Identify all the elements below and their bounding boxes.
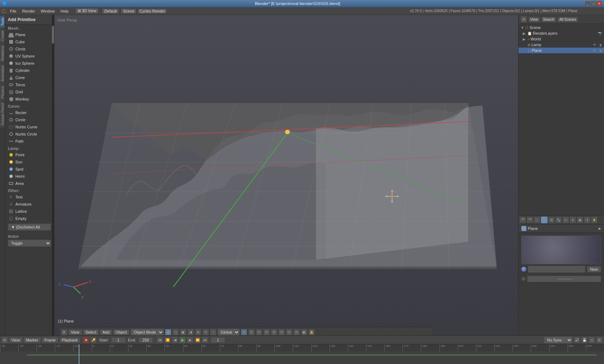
side-tab-animation[interactable]: Animation bbox=[0, 63, 5, 83]
maximize-button[interactable]: □ bbox=[591, 1, 596, 6]
outliner-renderlayers-item[interactable]: ▶ 📋 RenderLayers 📷 bbox=[518, 30, 604, 36]
minimize-button[interactable]: _ bbox=[585, 1, 590, 6]
vp-select-btn[interactable]: Select bbox=[83, 329, 99, 335]
menu-file[interactable]: File bbox=[7, 8, 19, 14]
timeline-extra-1[interactable]: ◻ bbox=[589, 337, 595, 343]
play-jump-start-btn[interactable]: ⏮ bbox=[157, 337, 163, 343]
close-button[interactable]: ✕ bbox=[597, 1, 602, 6]
props-physics-btn[interactable]: ⚡ bbox=[591, 217, 598, 223]
layer-btn-1[interactable]: ⊡ bbox=[241, 329, 247, 335]
props-constraint-btn[interactable]: ⛓ bbox=[548, 217, 555, 223]
scene-button[interactable]: Scene bbox=[121, 8, 137, 14]
timeline-marker-btn[interactable]: Marker bbox=[24, 337, 41, 343]
layer-btn-5[interactable]: ⊡ bbox=[271, 329, 277, 335]
outliner-editor-icon[interactable]: ⊞ bbox=[521, 16, 527, 23]
material-search-bar[interactable] bbox=[527, 276, 601, 282]
timeline-playhead[interactable] bbox=[79, 344, 79, 351]
curve-circle-item[interactable]: Circle bbox=[6, 117, 53, 123]
side-tab-relations[interactable]: Relations bbox=[0, 43, 5, 63]
curve-bezier-item[interactable]: Bezier bbox=[6, 109, 53, 116]
outliner-lamp-item[interactable]: ⊙ Lamp 👁 ◑ bbox=[518, 42, 604, 48]
curve-path-item[interactable]: Path bbox=[6, 138, 53, 144]
sync-mode-select[interactable]: No Sync bbox=[544, 336, 573, 344]
material-new-button[interactable]: New bbox=[587, 266, 601, 272]
viewport-shading-texture[interactable]: ▣ bbox=[180, 329, 186, 335]
lamp-area-item[interactable]: Area bbox=[6, 180, 53, 187]
vp-add-btn[interactable]: Add bbox=[100, 329, 112, 335]
layer-btn-6[interactable]: ⊡ bbox=[278, 329, 285, 335]
mesh-plane-item[interactable]: Plane bbox=[6, 31, 53, 38]
props-material-btn[interactable]: ● bbox=[570, 217, 576, 223]
plane-visibility-eye-icon[interactable]: 👁 bbox=[593, 49, 596, 53]
play-btn[interactable]: ▶ bbox=[179, 337, 186, 343]
scene-lock-btn[interactable]: 🔒 bbox=[308, 329, 315, 335]
editor-type-icon-btn[interactable]: ⊞ bbox=[61, 329, 67, 335]
other-lattice-item[interactable]: Lattice bbox=[6, 208, 53, 215]
outliner-plane-item[interactable]: ▭ Plane 👁 ◑ bbox=[518, 48, 604, 53]
viewport-pivot[interactable]: ⊕ bbox=[195, 329, 201, 335]
panel-scrollbar[interactable] bbox=[52, 15, 54, 337]
play-next-keyframe-btn[interactable]: ⏩ bbox=[194, 337, 201, 343]
timeline-extra-2[interactable]: ⊞ bbox=[596, 337, 603, 343]
mesh-cone-item[interactable]: Cone bbox=[6, 74, 53, 81]
anim-record-btn[interactable]: ⏺ bbox=[83, 337, 89, 343]
vp-object-btn[interactable]: Object bbox=[113, 329, 130, 335]
layout-button[interactable]: Default bbox=[102, 8, 119, 14]
layer-btn-7[interactable]: ⊡ bbox=[286, 329, 292, 335]
layer-btn-8[interactable]: ⊡ bbox=[293, 329, 300, 335]
vp-view-btn[interactable]: View bbox=[68, 329, 82, 335]
play-jump-end-btn[interactable]: ⏭ bbox=[202, 337, 208, 343]
side-tab-grease-pencil[interactable]: Grease Pencil bbox=[0, 100, 5, 128]
timeline-tracks[interactable] bbox=[0, 351, 604, 364]
viewport-shading-solid[interactable]: ● bbox=[165, 329, 171, 335]
mesh-cube-item[interactable]: Cube bbox=[6, 39, 53, 45]
timeline-frame-btn[interactable]: Frame bbox=[42, 337, 58, 343]
viewport[interactable]: X Y Z User Persp (1) Plane ⊞ View Select… bbox=[54, 15, 518, 337]
mesh-cylinder-item[interactable]: Cylinder bbox=[6, 67, 53, 74]
add-primitive-header[interactable]: Add Primitive bbox=[5, 15, 54, 25]
viewport-proportional[interactable]: ○ bbox=[210, 329, 216, 335]
other-text-item[interactable]: F Text bbox=[6, 194, 53, 200]
outliner-search-btn[interactable]: Search bbox=[541, 17, 556, 22]
side-tab-create[interactable]: Create bbox=[0, 28, 5, 43]
side-tab-physics[interactable]: Physics bbox=[0, 84, 5, 100]
cache-btn[interactable]: 💾 bbox=[581, 337, 588, 343]
editor-type-button[interactable]: ⊞ 3D View bbox=[75, 8, 99, 14]
timeline-ruler[interactable]: -50-40-30-20-100102030405060708090100110… bbox=[0, 344, 604, 351]
timeline-editor-icon[interactable]: ⊞ bbox=[1, 337, 8, 343]
mat-filter-icon[interactable] bbox=[521, 277, 526, 281]
viewport-snap[interactable]: ⊙ bbox=[203, 329, 209, 335]
outliner-world-item[interactable]: ▶ ○ World bbox=[518, 36, 604, 42]
other-armature-item[interactable]: ⊘ Armature bbox=[6, 201, 53, 207]
end-frame-input[interactable] bbox=[138, 337, 153, 343]
play-next-frame-btn[interactable]: ▶ bbox=[187, 337, 193, 343]
layer-btn-3[interactable]: ⊡ bbox=[256, 329, 262, 335]
action-select[interactable]: Toggle bbox=[8, 240, 51, 247]
mesh-grid-item[interactable]: Grid bbox=[6, 89, 53, 95]
menu-window[interactable]: Window bbox=[38, 8, 58, 14]
start-frame-input[interactable] bbox=[111, 337, 126, 343]
layer-btn-4[interactable]: ⊡ bbox=[263, 329, 270, 335]
viewport-shading-material[interactable]: ◑ bbox=[187, 329, 194, 335]
props-scene-btn[interactable]: 🎬 bbox=[527, 217, 533, 223]
props-object-btn[interactable]: ◻ bbox=[541, 217, 547, 223]
audio-btn[interactable]: 🔊 bbox=[574, 337, 580, 343]
lamp-point-item[interactable]: Point bbox=[6, 152, 53, 158]
outliner-allscenes-btn[interactable]: All Scenes bbox=[557, 17, 578, 22]
timeline-playback-btn[interactable]: Playback bbox=[59, 337, 81, 343]
curve-nurbs-circle-item[interactable]: Nurbs Circle bbox=[6, 131, 53, 137]
outliner-scene-item[interactable]: ▼ ⬡ Scene bbox=[518, 25, 604, 30]
side-tab-tools[interactable]: Tools bbox=[0, 15, 5, 28]
current-frame-input[interactable] bbox=[211, 337, 225, 343]
orientation-select[interactable]: Global bbox=[218, 329, 240, 336]
timeline-view-btn[interactable]: View bbox=[9, 337, 23, 343]
deselect-all-button[interactable]: ▼ (De)Select All bbox=[8, 223, 51, 231]
other-empty-item[interactable]: Empty bbox=[6, 215, 53, 222]
props-world-btn[interactable]: ○ bbox=[534, 217, 540, 223]
viewport-shading-wire[interactable]: ◻ bbox=[172, 329, 179, 335]
anim-autokey-btn[interactable]: 🔑 bbox=[90, 337, 97, 343]
layer-btn-2[interactable]: ⊡ bbox=[248, 329, 255, 335]
props-render-btn[interactable]: 🎬 bbox=[520, 217, 526, 223]
lamp-sun-item[interactable]: Sun bbox=[6, 159, 53, 165]
mode-select[interactable]: Object Mode bbox=[131, 329, 164, 336]
